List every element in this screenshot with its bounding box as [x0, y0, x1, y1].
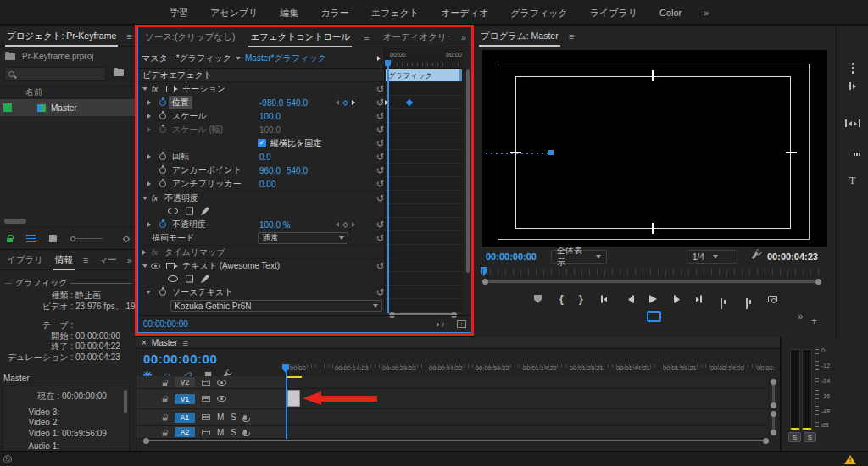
search-input[interactable]	[4, 67, 106, 81]
track-output-eye-icon[interactable]	[217, 396, 226, 402]
sync-status-icon[interactable]: ↻	[3, 455, 12, 463]
program-scrollbar[interactable]	[482, 279, 821, 285]
reset-icon[interactable]: ↺	[376, 180, 384, 189]
panel-overflow-chevron[interactable]: »	[127, 255, 132, 265]
workspace-tab-graphics[interactable]: グラフィック	[510, 7, 568, 19]
keyframe-navigator[interactable]	[336, 100, 355, 105]
mark-out-icon[interactable]: }	[579, 293, 583, 305]
graphic-clip[interactable]	[287, 390, 300, 407]
param-opacity[interactable]: 不透明度 100.0 % ↺	[138, 218, 384, 231]
reset-icon[interactable]: ↺	[376, 153, 384, 162]
lock-icon[interactable]	[163, 382, 168, 386]
reset-icon[interactable]: ↺	[376, 288, 384, 297]
solo-right-button[interactable]: S	[804, 432, 816, 442]
track-a1-lane[interactable]	[286, 409, 767, 426]
project-breadcrumb[interactable]: Pr-Keyframe.prproj	[5, 52, 93, 61]
uniform-scale-checkbox[interactable]: ✓	[258, 139, 266, 147]
keyframe-navigator[interactable]	[336, 222, 355, 227]
font-dropdown[interactable]: Kozuka Gothic Pr6N	[170, 300, 382, 312]
program-video-area[interactable]	[482, 50, 827, 247]
param-blend-mode[interactable]: 描画モード 通常 ↺	[138, 231, 384, 245]
effect-controls-scrollbar[interactable]	[466, 69, 470, 273]
selected-layer-box[interactable]	[515, 76, 791, 229]
pen-mask-icon[interactable]	[201, 275, 209, 283]
play-audio-only-icon[interactable]: ♪	[437, 319, 445, 329]
go-to-out-icon[interactable]	[696, 296, 702, 303]
step-back-icon[interactable]	[628, 296, 634, 303]
play-icon[interactable]	[649, 295, 657, 303]
param-scale-width[interactable]: スケール (幅) 100.0 ↺	[138, 123, 384, 136]
param-uniform-scale[interactable]: ✓ 縦横比を固定 ↺	[138, 136, 384, 150]
timeline-timecode[interactable]: 00:00:00:00	[143, 352, 217, 366]
position-y-value[interactable]: 540.0	[287, 98, 308, 108]
pen-mask-icon[interactable]	[201, 207, 209, 215]
toggle-animation-icon[interactable]	[159, 113, 166, 119]
export-frame-camera-icon[interactable]	[768, 296, 777, 302]
workspace-tab-color2[interactable]: Color	[659, 8, 682, 18]
lock-icon[interactable]	[163, 399, 168, 402]
lift-icon[interactable]	[721, 298, 722, 309]
param-rotation[interactable]: 回転 0.0 ↺	[138, 150, 384, 164]
rotation-value[interactable]: 0.0	[259, 153, 271, 162]
track-target-a2[interactable]: A2	[175, 427, 195, 437]
toggle-animation-icon[interactable]	[159, 221, 166, 228]
chevron-down-icon[interactable]	[236, 57, 241, 60]
track-output-eye-icon[interactable]	[217, 380, 226, 386]
name-column-header[interactable]: 名前	[0, 86, 136, 98]
tab-project[interactable]: プロジェクト: Pr-Keyframe	[5, 27, 118, 46]
expand-icon[interactable]	[147, 100, 151, 105]
tab-libraries[interactable]: イブラリ	[5, 251, 45, 269]
mute-button[interactable]: M	[217, 428, 224, 437]
program-timecode[interactable]: 00:00:00:00	[486, 252, 537, 262]
transform-handle-top[interactable]	[652, 70, 654, 81]
warning-icon[interactable]	[844, 455, 856, 464]
lane-playhead[interactable]	[387, 60, 389, 313]
voiceover-mic-icon[interactable]	[243, 415, 247, 420]
expand-icon[interactable]	[142, 197, 147, 200]
transport-overflow-chevron[interactable]: »	[798, 311, 803, 321]
tab-source-monitor[interactable]: ソース:(クリップなし)	[143, 28, 236, 47]
zoom-slider[interactable]	[70, 236, 103, 241]
play-indicator-icon[interactable]	[377, 56, 381, 61]
add-marker-icon[interactable]	[534, 295, 542, 303]
label-color-swatch[interactable]	[3, 103, 12, 112]
mute-button[interactable]: M	[217, 413, 224, 422]
extract-icon[interactable]	[746, 298, 748, 309]
lock-icon[interactable]	[163, 432, 168, 435]
timeline-hscrollbar[interactable]	[143, 437, 769, 444]
effect-time-remap[interactable]: fx タイムリマップ	[138, 245, 384, 258]
video-effects-section[interactable]: ビデオエフェクト	[138, 69, 384, 82]
sync-lock-icon[interactable]	[202, 396, 210, 402]
expand-icon[interactable]	[147, 222, 151, 227]
scroll-knob[interactable]	[771, 430, 776, 435]
panel-menu-icon[interactable]: ≡	[364, 32, 369, 42]
blend-mode-dropdown[interactable]: 通常	[258, 232, 348, 244]
tab-audio-clip-mixer[interactable]: オーディオクリップミキサー: Ma	[381, 28, 449, 47]
expand-icon[interactable]	[142, 264, 147, 268]
workspace-tab-assembly[interactable]: アセンブリ	[210, 7, 258, 19]
list-view-icon[interactable]	[26, 235, 36, 242]
sync-lock-icon[interactable]	[202, 414, 210, 420]
track-v1-lane[interactable]	[286, 389, 767, 409]
rect-mask-icon[interactable]	[186, 275, 193, 283]
track-target-a1[interactable]: A1	[175, 413, 195, 423]
lane-ruler[interactable]: 00:00 00:00	[385, 48, 464, 69]
param-anchor-point[interactable]: アンカーポイント 960.0 540.0 ↺	[138, 164, 384, 177]
expand-icon[interactable]	[142, 87, 147, 91]
reset-icon[interactable]: ↺	[376, 139, 384, 148]
scroll-knob[interactable]	[763, 438, 769, 444]
video-tracks-vscrollbar[interactable]	[772, 381, 775, 405]
rect-mask-icon[interactable]	[186, 208, 193, 215]
reset-icon[interactable]: ↺	[376, 85, 384, 94]
freeform-view-icon[interactable]	[123, 235, 130, 241]
reset-icon[interactable]: ↺	[376, 98, 384, 108]
expand-icon[interactable]	[147, 154, 151, 159]
zoom-level-dropdown[interactable]: 全体表示	[551, 250, 607, 264]
position-x-value[interactable]: -980.0	[259, 98, 283, 108]
export-frame-icon[interactable]: ↑	[457, 320, 466, 328]
opacity-value[interactable]: 100.0 %	[259, 220, 291, 230]
reset-icon[interactable]: ↺	[376, 261, 384, 270]
workspace-tab-libraries[interactable]: ライブラリ	[590, 7, 637, 19]
effect-opacity[interactable]: fx 不透明度 ↺	[138, 191, 384, 204]
scroll-knob[interactable]	[143, 438, 149, 444]
